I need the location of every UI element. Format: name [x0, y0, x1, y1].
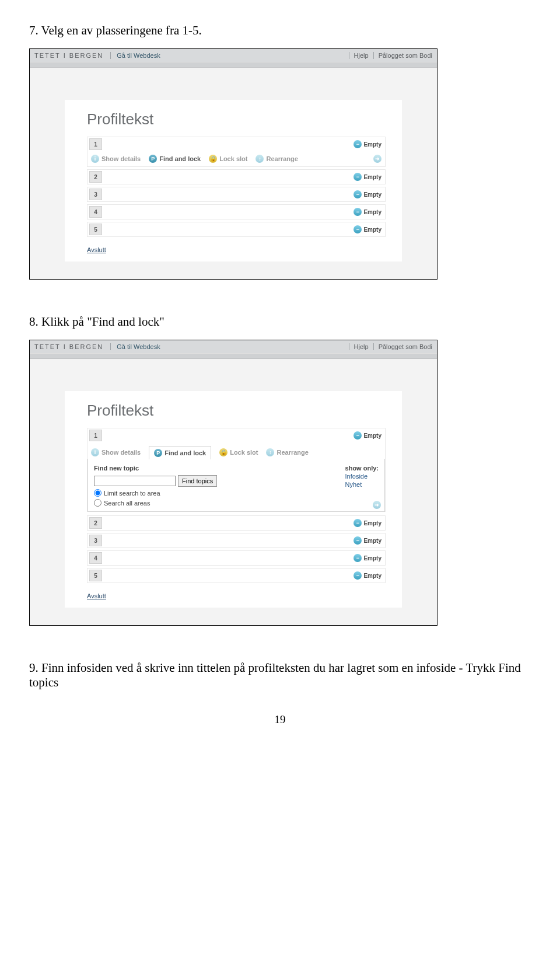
instruction-9: 9. Finn infosiden ved å skrive inn titte… [29, 661, 531, 690]
slot-num-5: 5 [89, 224, 102, 235]
slot-num-4: 4 [89, 552, 102, 564]
find-topics-button[interactable]: Find topics [178, 475, 217, 487]
webdesk-link[interactable]: Gå til Webdesk [110, 52, 160, 59]
lock-icon: 🔒 [209, 155, 217, 163]
search-all-radio[interactable]: Search all areas [94, 499, 259, 507]
slot-num-5: 5 [89, 570, 102, 581]
info-icon: i [91, 448, 99, 456]
slot-num-2: 2 [89, 171, 102, 183]
slot-num-3: 3 [89, 189, 102, 200]
slot-4[interactable]: 4 − Empty [87, 550, 386, 566]
lock-icon: 🔒 [219, 448, 228, 456]
action-row: i Show details P Find and lock 🔒 Lock sl… [88, 442, 385, 459]
arrow-icon[interactable]: ➜ [373, 501, 381, 509]
slot-status-4: − Empty [354, 208, 385, 216]
empty-icon: − [354, 173, 362, 181]
find-topic-input[interactable] [94, 476, 176, 486]
brand-text: TETET I BERGEN [34, 343, 103, 350]
lock-slot-button[interactable]: 🔒 Lock slot [219, 448, 258, 456]
empty-icon: − [354, 571, 362, 580]
empty-icon: − [354, 554, 362, 562]
empty-icon: − [354, 519, 362, 527]
rearrange-icon: ↕ [256, 155, 264, 163]
empty-icon: − [354, 431, 362, 440]
slot-num-1: 1 [89, 430, 102, 441]
find-panel: Find new topic Find topics Limit search … [88, 459, 385, 512]
page-number: 19 [29, 713, 531, 726]
slot-status-2: − Empty [354, 173, 385, 181]
screenshot-2: TETET I BERGEN Gå til Webdesk Hjelp Pålo… [29, 340, 438, 626]
find-lock-button[interactable]: P Find and lock [149, 155, 201, 163]
find-lock-tab[interactable]: P Find and lock [149, 446, 211, 459]
logged-in-text: Pålogget som Bodi [373, 343, 432, 350]
arrow-icon[interactable]: ➜ [373, 155, 382, 163]
all-radio-input[interactable] [94, 499, 102, 507]
limit-radio-label: Limit search to area [104, 490, 160, 497]
empty-icon: − [354, 536, 362, 545]
empty-icon: − [354, 225, 362, 233]
action-row: i Show details P Find and lock 🔒 Lock sl… [88, 151, 385, 166]
empty-icon: − [354, 208, 362, 216]
rearrange-button[interactable]: ↕ Rearrange [266, 448, 308, 456]
all-radio-label: Search all areas [104, 500, 150, 507]
empty-icon: − [354, 140, 362, 148]
search-icon: P [149, 155, 157, 163]
slot-2[interactable]: 2 − Empty [87, 515, 386, 531]
logged-in-text: Pålogget som Bodi [373, 52, 432, 59]
slot-5[interactable]: 5 − Empty [87, 222, 386, 237]
lock-slot-button[interactable]: 🔒 Lock slot [209, 155, 247, 163]
instruction-7: 7. Velg en av plasseringene fra 1-5. [29, 23, 531, 38]
content-area: Profiltekst 1 − Empty i Show details [30, 68, 437, 279]
search-icon: P [154, 449, 162, 457]
slot-num-4: 4 [89, 206, 102, 218]
rearrange-icon: ↕ [266, 448, 274, 456]
limit-search-radio[interactable]: Limit search to area [94, 489, 259, 497]
avslutt-link[interactable]: Avslutt [87, 592, 386, 599]
help-link[interactable]: Hjelp [349, 52, 369, 59]
slot-1[interactable]: 1 − Empty i Show details P Find and lock [87, 428, 386, 512]
slot-2[interactable]: 2 − Empty [87, 169, 386, 184]
nyhet-link[interactable]: Nyhet [345, 481, 379, 488]
slot-status-3: − Empty [354, 536, 385, 545]
profiltekst-panel: Profiltekst 1 − Empty i Show details [65, 391, 402, 608]
empty-icon: − [354, 190, 362, 198]
content-area: Profiltekst 1 − Empty i Show details [30, 359, 437, 625]
slot-5[interactable]: 5 − Empty [87, 568, 386, 583]
slot-num-3: 3 [89, 535, 102, 546]
slot-3[interactable]: 3 − Empty [87, 533, 386, 548]
show-details-button[interactable]: i Show details [91, 155, 141, 163]
limit-radio-input[interactable] [94, 489, 102, 497]
infoside-link[interactable]: Infoside [345, 473, 379, 480]
slot-num-1: 1 [89, 138, 102, 150]
info-icon: i [91, 155, 99, 163]
topbar: TETET I BERGEN Gå til Webdesk Hjelp Pålo… [30, 49, 437, 62]
slot-1[interactable]: 1 − Empty i Show details P Find and lock [87, 137, 386, 167]
slot-status-2: − Empty [354, 519, 385, 527]
help-link[interactable]: Hjelp [349, 343, 369, 350]
show-details-button[interactable]: i Show details [91, 448, 141, 456]
show-only-label: show only: [345, 465, 379, 472]
brand-text: TETET I BERGEN [34, 52, 103, 59]
avslutt-link[interactable]: Avslutt [87, 246, 386, 253]
gray-band [30, 62, 437, 68]
rearrange-button[interactable]: ↕ Rearrange [256, 155, 298, 163]
screenshot-1: TETET I BERGEN Gå til Webdesk Hjelp Pålo… [29, 48, 438, 280]
topbar: TETET I BERGEN Gå til Webdesk Hjelp Pålo… [30, 340, 437, 354]
panel-title: Profiltekst [87, 110, 386, 128]
slot-status-5: − Empty [354, 571, 385, 580]
slot-status-3: − Empty [354, 190, 385, 198]
webdesk-link[interactable]: Gå til Webdesk [110, 343, 160, 350]
slot-4[interactable]: 4 − Empty [87, 204, 386, 219]
slot-3[interactable]: 3 − Empty [87, 187, 386, 202]
slot-status-1: − Empty [354, 431, 385, 440]
slot-status-4: − Empty [354, 554, 385, 562]
instruction-8: 8. Klikk på "Find and lock" [29, 315, 531, 329]
find-new-topic-label: Find new topic [94, 465, 259, 472]
gray-band [30, 354, 437, 359]
panel-title: Profiltekst [87, 402, 386, 420]
slot-status-1: − Empty [354, 140, 385, 148]
slot-status-5: − Empty [354, 225, 385, 233]
profiltekst-panel: Profiltekst 1 − Empty i Show details [65, 100, 402, 261]
slot-num-2: 2 [89, 517, 102, 529]
